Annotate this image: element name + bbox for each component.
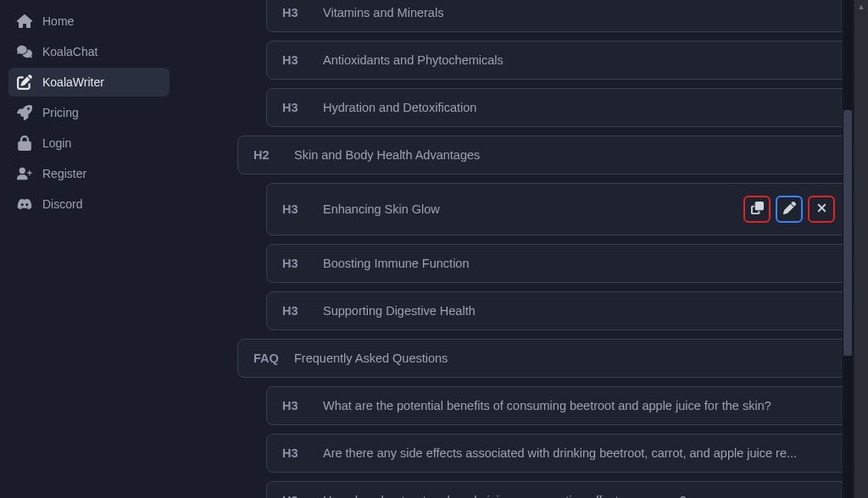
- close-icon: [815, 202, 828, 217]
- heading-tag: H3: [282, 257, 308, 270]
- edit-icon: [17, 75, 32, 90]
- heading-title: Vitamins and Minerals: [323, 6, 835, 19]
- scroll-up-arrow[interactable]: ▲: [854, 0, 868, 14]
- outline-item[interactable]: H3 Enhancing Skin Glow: [266, 183, 851, 235]
- heading-tag: H3: [282, 446, 308, 460]
- outline-item[interactable]: FAQ Frequently Asked Questions: [237, 339, 851, 378]
- outline-item[interactable]: H3 Supporting Digestive Health: [266, 291, 851, 330]
- outline-item[interactable]: H3 Hydration and Detoxification: [266, 88, 851, 127]
- content-scrollbar-track[interactable]: [843, 0, 853, 498]
- heading-title: Enhancing Skin Glow: [323, 202, 743, 216]
- sidebar-item-register[interactable]: Register: [8, 159, 170, 188]
- heading-title: Boosting Immune Function: [323, 257, 835, 270]
- heading-tag: H3: [282, 202, 308, 216]
- heading-tag: H2: [253, 148, 279, 162]
- edit-button[interactable]: [776, 196, 803, 223]
- outline-item[interactable]: H3 Are there any side effects associated…: [266, 434, 851, 473]
- heading-title: Antioxidants and Phytochemicals: [323, 53, 835, 67]
- chat-icon: [17, 44, 32, 59]
- sidebar: Home KoalaChat KoalaWriter Pricing Login…: [0, 0, 178, 498]
- sidebar-item-home[interactable]: Home: [8, 7, 170, 36]
- outline-item[interactable]: H3 Antioxidants and Phytochemicals: [266, 41, 851, 80]
- pencil-icon: [783, 202, 796, 217]
- heading-tag: H3: [282, 399, 308, 412]
- heading-tag: H3: [282, 304, 308, 318]
- main-content: H3 Vitamins and Minerals H3 Antioxidants…: [178, 0, 868, 498]
- sidebar-item-pricing[interactable]: Pricing: [8, 98, 170, 127]
- window-scrollbar[interactable]: ▲: [854, 0, 868, 498]
- sidebar-item-label: KoalaChat: [42, 45, 97, 58]
- sidebar-item-label: Discord: [42, 197, 82, 211]
- sidebar-item-koalachat[interactable]: KoalaChat: [8, 37, 170, 66]
- copy-icon: [751, 202, 764, 217]
- outline-item[interactable]: H3 What are the potential benefits of co…: [266, 386, 851, 425]
- sidebar-item-label: Login: [42, 136, 71, 150]
- discord-icon: [17, 196, 32, 212]
- outline-item[interactable]: H3 Boosting Immune Function: [266, 244, 851, 283]
- heading-title: Supporting Digestive Health: [323, 304, 835, 318]
- sidebar-item-label: Home: [42, 14, 74, 28]
- heading-tag: H3: [282, 6, 308, 19]
- item-actions: [743, 196, 835, 223]
- sidebar-item-label: Register: [42, 167, 86, 180]
- sidebar-item-koalawriter[interactable]: KoalaWriter: [8, 68, 170, 97]
- rocket-icon: [17, 105, 32, 120]
- heading-title: Skin and Body Health Advantages: [294, 148, 835, 162]
- outline-item[interactable]: H3 Vitamins and Minerals: [266, 0, 851, 32]
- sidebar-item-label: Pricing: [42, 106, 79, 119]
- sidebar-item-discord[interactable]: Discord: [8, 190, 170, 219]
- delete-button[interactable]: [808, 196, 835, 223]
- user-plus-icon: [17, 166, 32, 181]
- heading-title: How does beetroot and apple juice consum…: [323, 494, 835, 498]
- sidebar-item-login[interactable]: Login: [8, 129, 170, 158]
- outline-item[interactable]: H2 Skin and Body Health Advantages: [237, 136, 851, 174]
- heading-title: Frequently Asked Questions: [294, 351, 835, 365]
- heading-title: What are the potential benefits of consu…: [323, 399, 835, 412]
- heading-tag: H3: [282, 101, 308, 114]
- home-icon: [17, 14, 32, 29]
- sidebar-item-label: KoalaWriter: [42, 75, 104, 89]
- heading-tag: H3: [282, 494, 308, 498]
- outline-item[interactable]: H3 How does beetroot and apple juice con…: [266, 481, 851, 498]
- content-scrollbar-thumb[interactable]: [843, 110, 852, 356]
- heading-tag: H3: [282, 53, 308, 67]
- heading-title: Are there any side effects associated wi…: [323, 446, 835, 460]
- copy-button[interactable]: [743, 196, 771, 223]
- heading-title: Hydration and Detoxification: [323, 101, 835, 114]
- lock-icon: [17, 136, 32, 151]
- heading-tag: FAQ: [253, 351, 279, 365]
